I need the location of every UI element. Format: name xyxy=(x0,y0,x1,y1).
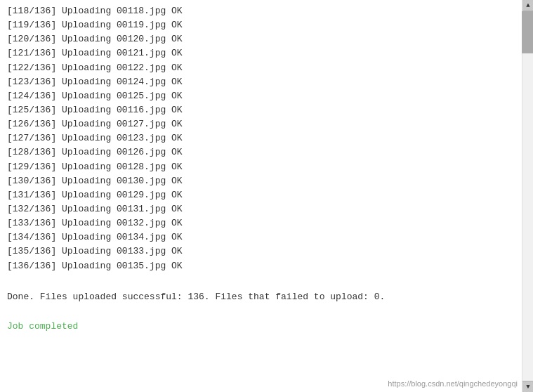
log-line: [122/136] Uploading 00122.jpg OK xyxy=(7,61,515,75)
log-line: [136/136] Uploading 00135.jpg OK xyxy=(7,259,515,273)
log-line: [131/136] Uploading 00129.jpg OK xyxy=(7,188,515,202)
scrollbar-down-arrow[interactable]: ▼ xyxy=(522,381,533,392)
done-message: Done. Files uploaded successful: 136. Fi… xyxy=(7,290,515,304)
log-line: [130/136] Uploading 00130.jpg OK xyxy=(7,174,515,188)
job-completed-label: Job completed xyxy=(7,320,515,334)
scrollbar-track: ▲ ▼ xyxy=(522,0,533,392)
log-line: [135/136] Uploading 00133.jpg OK xyxy=(7,244,515,259)
scrollbar-up-arrow[interactable]: ▲ xyxy=(522,0,533,11)
log-line: [128/136] Uploading 00126.jpg OK xyxy=(7,145,515,159)
log-line: [124/136] Uploading 00125.jpg OK xyxy=(7,89,515,103)
log-line: [120/136] Uploading 00120.jpg OK xyxy=(7,32,515,46)
log-line: [121/136] Uploading 00121.jpg OK xyxy=(7,46,515,60)
log-line: [123/136] Uploading 00124.jpg OK xyxy=(7,75,515,89)
log-line: [125/136] Uploading 00116.jpg OK xyxy=(7,103,515,117)
log-line: [134/136] Uploading 00134.jpg OK xyxy=(7,230,515,244)
console-container: [118/136] Uploading 00118.jpg OK[119/136… xyxy=(0,0,533,392)
log-line: [127/136] Uploading 00123.jpg OK xyxy=(7,131,515,145)
log-line: [119/136] Uploading 00119.jpg OK xyxy=(7,18,515,32)
log-line: [132/136] Uploading 00131.jpg OK xyxy=(7,202,515,216)
log-line: [118/136] Uploading 00118.jpg OK xyxy=(7,4,515,18)
log-line: [133/136] Uploading 00132.jpg OK xyxy=(7,216,515,230)
log-line: [126/136] Uploading 00127.jpg OK xyxy=(7,117,515,131)
log-line: [129/136] Uploading 00128.jpg OK xyxy=(7,160,515,174)
scrollbar-thumb[interactable] xyxy=(522,11,533,53)
watermark: https://blog.csdn.net/qingchedeyongqi xyxy=(388,379,518,388)
console-content: [118/136] Uploading 00118.jpg OK[119/136… xyxy=(0,0,522,392)
